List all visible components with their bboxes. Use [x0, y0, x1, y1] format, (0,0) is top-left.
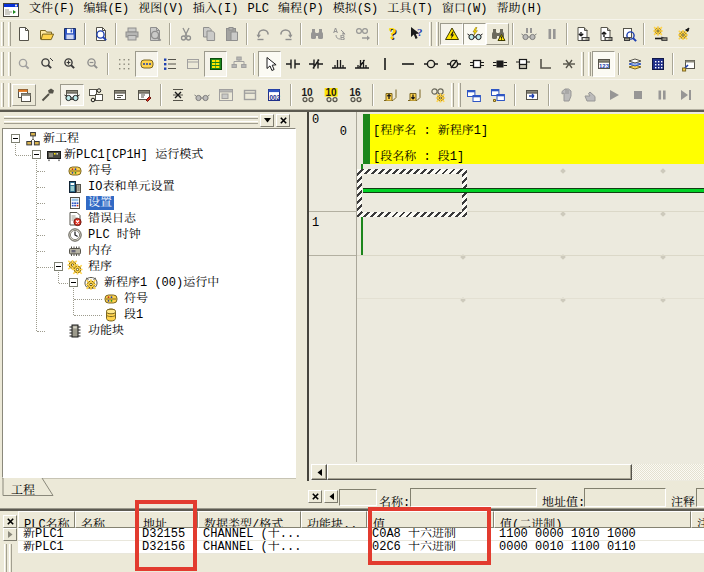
instruction-3-button[interactable] — [511, 51, 534, 77]
tree-item-new-plc1[interactable]: 新PLC1[CP1H] 运行模式 — [3, 147, 295, 163]
tree-item-io-table[interactable]: IO表和单元设置 — [3, 179, 295, 195]
differential-monitor-button[interactable] — [486, 23, 509, 45]
compile-check-button[interactable] — [89, 23, 112, 45]
transfer-program-button[interactable] — [648, 23, 671, 45]
menu-tools[interactable]: 工具(T) — [382, 2, 437, 17]
menu-program[interactable]: 编程(P) — [273, 2, 328, 17]
tree-item-memory[interactable]: 内存 — [3, 243, 295, 259]
tree-expander-minus[interactable] — [11, 134, 20, 143]
watch-close-button[interactable] — [3, 515, 17, 528]
tree-item-programs[interactable]: 程序 — [3, 259, 295, 275]
tree-item-settings[interactable]: 设置 — [3, 195, 295, 211]
menu-view[interactable]: 视图(V) — [133, 2, 188, 17]
new-file-button[interactable] — [12, 23, 35, 45]
scrollbar-thumb[interactable] — [327, 464, 632, 480]
coil-nc-button[interactable] — [442, 51, 465, 77]
tree-expander-minus[interactable] — [69, 278, 78, 287]
scroll-left-button[interactable] — [311, 464, 327, 480]
tree-expander-minus[interactable] — [54, 262, 63, 271]
zoom-select-button[interactable] — [35, 51, 58, 77]
comment-list-button[interactable] — [158, 51, 181, 77]
instruction-button[interactable] — [465, 51, 488, 77]
watch-column-header[interactable]: 注... — [691, 511, 704, 528]
menu-window[interactable]: 窗口(W) — [437, 2, 492, 17]
context-help-button[interactable]: ? — [405, 23, 428, 45]
watch-column-header[interactable]: 功能块.. — [301, 511, 367, 528]
rung-down-button[interactable] — [402, 84, 426, 106]
inspector-collapse-button[interactable] — [324, 490, 338, 503]
work-online-button[interactable] — [440, 23, 463, 45]
tree-item-new-program1[interactable]: 新程序1 (00)运行中 — [3, 275, 295, 291]
transfer-to-plc-button[interactable] — [571, 23, 594, 45]
select-mode-button[interactable] — [258, 51, 281, 77]
window-arrow-button[interactable] — [520, 84, 544, 106]
watch-window-button[interactable] — [60, 84, 84, 106]
rung-up-button[interactable] — [378, 84, 402, 106]
online-edit-button[interactable] — [671, 23, 694, 45]
monitor-button[interactable] — [463, 23, 486, 45]
io-grid-button[interactable] — [646, 51, 669, 77]
contact-or-nc-button[interactable] — [350, 51, 373, 77]
window-link-button[interactable] — [462, 84, 486, 106]
ladder-grid[interactable]: [程序名 : 新程序1] [段名称 : 段1] — [357, 112, 704, 481]
symbol-display-button[interactable] — [135, 51, 158, 77]
window-sync-button[interactable] — [486, 84, 510, 106]
find-transfer-button[interactable] — [426, 84, 450, 106]
watch-sheet-button[interactable]: 002 — [262, 84, 286, 106]
address-display-button[interactable]: 123 — [592, 51, 615, 77]
signed-decimal-monitor-button[interactable]: 10 — [320, 84, 344, 106]
toolbar-grip[interactable] — [581, 52, 591, 76]
watch-expand-button[interactable] — [3, 528, 17, 541]
watch-column-header[interactable]: 数据类型/格式 — [198, 511, 301, 528]
cross-reference-button[interactable] — [84, 84, 108, 106]
watch-row[interactable]: 新PLC1D32155CHANNEL (十...C0A8 十六进制1100 00… — [18, 528, 704, 541]
decimal-monitor-button[interactable]: 10 — [296, 84, 320, 106]
tab-project[interactable]: 工程 — [2, 478, 102, 497]
tools-button[interactable] — [36, 84, 60, 106]
tree-item-plc-clock[interactable]: PLC 时钟 — [3, 227, 295, 243]
tree-item-new-project[interactable]: 新工程 — [3, 131, 295, 147]
grid-toggle-button[interactable] — [112, 51, 135, 77]
address-reference-button[interactable] — [166, 84, 190, 106]
scrollbar-track[interactable] — [632, 464, 704, 480]
zoom-in-button[interactable] — [58, 51, 81, 77]
save-button[interactable] — [58, 23, 81, 45]
line-delete-button[interactable] — [557, 51, 580, 77]
tree-expander-minus[interactable] — [32, 150, 41, 159]
menu-insert[interactable]: 插入(I) — [188, 2, 243, 17]
hex-monitor-button[interactable]: 16 — [344, 84, 368, 106]
watch-drag-handle[interactable] — [9, 544, 12, 572]
watch-row[interactable]: 新PLC1D32156CHANNEL (十...02C6 十六进制0000 00… — [18, 541, 704, 554]
tree-item-section1[interactable]: 段1 — [3, 307, 295, 323]
compare-with-plc-button[interactable] — [617, 23, 640, 45]
instruction-2-button[interactable] — [488, 51, 511, 77]
pin-window-button[interactable] — [677, 51, 700, 77]
toolbar-grip[interactable] — [1, 52, 11, 76]
output-window-button[interactable] — [108, 84, 132, 106]
contact-or-no-button[interactable] — [327, 51, 350, 77]
toolbar-grip[interactable] — [451, 83, 461, 107]
watch-column-header[interactable]: PLC名称 — [18, 511, 75, 528]
help-button[interactable]: ?? — [382, 23, 405, 45]
horizontal-line-button[interactable] — [396, 51, 419, 77]
toolbar-grip[interactable] — [1, 83, 11, 107]
line-connect-button[interactable] — [534, 51, 557, 77]
workspace-close-button[interactable] — [276, 114, 290, 127]
toolbar-grip[interactable] — [429, 22, 439, 46]
menu-simulation[interactable]: 模拟(S) — [328, 2, 383, 17]
workspace-menu-button[interactable] — [260, 114, 274, 127]
coil-button[interactable] — [419, 51, 442, 77]
section-display-button[interactable] — [204, 51, 227, 77]
menu-plc[interactable]: PLC — [242, 2, 273, 17]
cascade-windows-button[interactable] — [12, 84, 36, 106]
watch-column-header[interactable]: 名称 — [75, 511, 137, 528]
open-file-button[interactable] — [35, 23, 58, 45]
tree-item-error-log[interactable]: 错误日志 — [3, 211, 295, 227]
ladder-cursor[interactable] — [357, 169, 467, 217]
menu-help[interactable]: 帮助(H) — [491, 2, 546, 17]
tree-item-symbols[interactable]: 符号 — [3, 163, 295, 179]
workspace-drag-handle[interactable] — [4, 116, 258, 119]
contact-no-button[interactable] — [281, 51, 304, 77]
watch-drag-handle[interactable] — [4, 544, 7, 572]
properties-button[interactable] — [132, 84, 156, 106]
